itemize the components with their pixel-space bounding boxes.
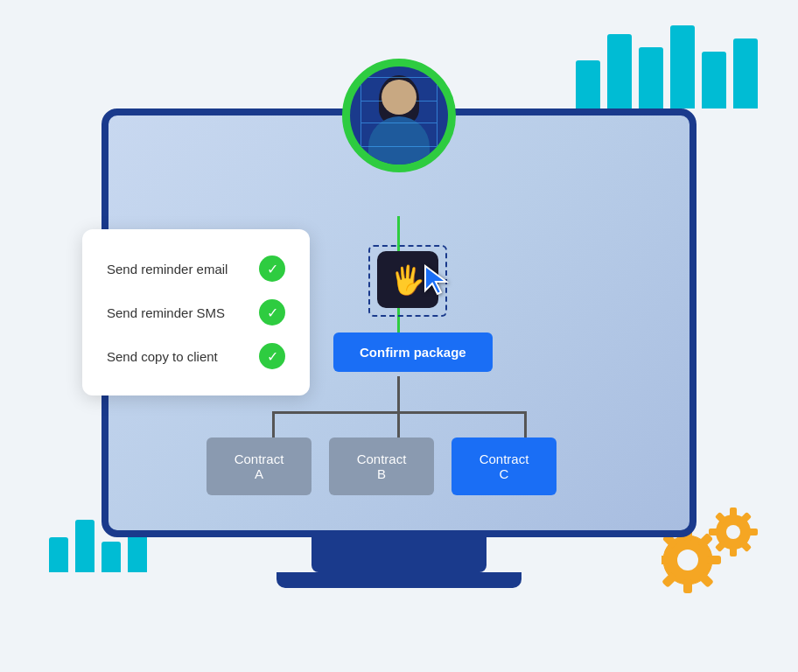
bar-2 [607,34,632,108]
svg-marker-20 [425,266,446,294]
tree-branch-mid [397,411,400,438]
fingerprint-icon: 🖐 [390,263,425,297]
svg-point-11 [726,525,740,539]
contract-row: Contract A Contract B Contract C [206,438,556,495]
check-icon-3: ✓ [259,343,285,369]
tree-branch-right [524,411,527,438]
scene: Send reminder email ✓ Send reminder SMS … [23,12,775,660]
check-icon-1: ✓ [259,256,285,282]
cursor-icon [424,264,452,302]
checklist-label-3: Send copy to client [107,349,218,364]
monitor-stand [312,537,486,572]
bar-1 [576,60,600,108]
svg-rect-13 [730,546,737,556]
checklist-item-3: Send copy to client ✓ [107,334,285,378]
bar-6 [733,38,758,108]
svg-rect-4 [707,556,721,564]
check-icon-2: ✓ [259,299,285,326]
contract-a-label: Contract A [234,452,284,481]
contract-b-box[interactable]: Contract B [329,438,434,495]
avatar [342,59,456,172]
svg-rect-15 [709,528,719,536]
avatar-inner [350,66,448,164]
svg-rect-14 [747,528,758,536]
contract-b-label: Contract B [357,452,407,481]
checklist-card: Send reminder email ✓ Send reminder SMS … [82,229,310,396]
contract-c-box[interactable]: Contract C [452,438,556,495]
tree-branch-left [272,411,275,438]
checklist-item-1: Send reminder email ✓ [107,247,285,290]
contract-c-label: Contract C [480,452,529,481]
bar-left-1 [49,537,68,572]
checklist-label-2: Send reminder SMS [107,305,225,320]
bar-4 [670,25,695,108]
svg-rect-12 [730,508,737,518]
checklist-item-2: Send reminder SMS ✓ [107,290,285,334]
checklist-label-1: Send reminder email [107,262,228,276]
monitor-screen: Send reminder email ✓ Send reminder SMS … [102,108,696,537]
monitor-base [276,572,522,588]
confirm-package-button[interactable]: Confirm package [333,332,493,372]
bar-5 [702,52,726,108]
monitor: Send reminder email ✓ Send reminder SMS … [102,108,696,598]
contract-a-box[interactable]: Contract A [206,438,312,495]
bar-3 [639,47,663,108]
bar-left-2 [75,520,94,572]
tree-connector-vertical [397,376,400,411]
bar-chart-right [576,21,758,108]
person-face [382,80,416,115]
